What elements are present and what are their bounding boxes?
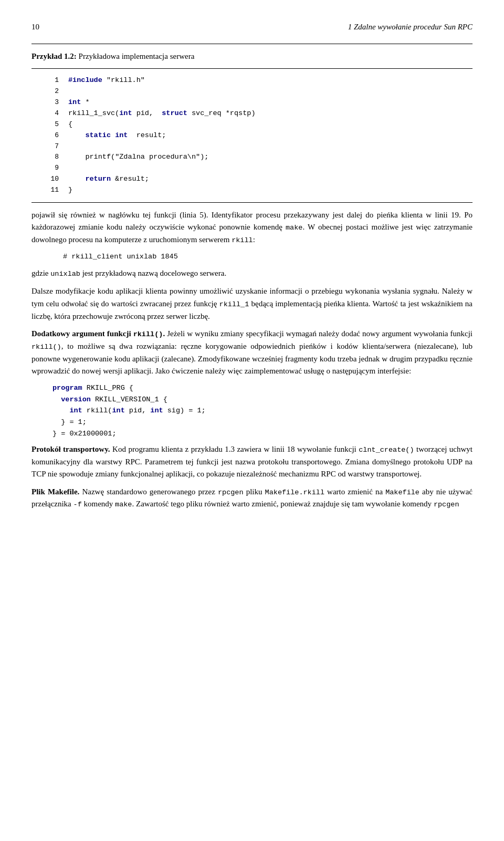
- code-line-6: 6 static int result;: [47, 130, 472, 141]
- where-paragraph: gdzie unixlab jest przykładową nazwą doc…: [32, 267, 472, 280]
- inline-code-make: make: [286, 224, 302, 232]
- code-line-11: 11 }: [47, 185, 472, 196]
- inline-code-rpcgen: rpcgen: [218, 489, 244, 496]
- iface-line-1: program RKILL_PRG {: [52, 382, 472, 394]
- example-description: Przykładowa implementacja serwera: [79, 52, 195, 60]
- code-line-8: 8 printf("Zdalna procedura\n");: [47, 152, 472, 163]
- inline-code-unixlab: unixlab: [50, 270, 80, 278]
- chapter-title: 1 Zdalne wywołanie procedur Sun RPC: [348, 21, 472, 33]
- inline-code-make2: make: [115, 501, 132, 508]
- example-title: Przykład 1.2: Przykładowa implementacja …: [32, 50, 472, 63]
- bold-heading-rkill: Dodatkowy argument funkcji rkill().: [32, 329, 165, 338]
- bold-section-paragraph: Dodatkowy argument funkcji rkill(). Jeże…: [32, 328, 472, 377]
- example-label: Przykład 1.2:: [32, 52, 77, 60]
- inline-code-makefile-rkill: Makefile.rkill: [265, 489, 324, 496]
- inline-code-rkill1: rkill_1: [219, 300, 249, 308]
- code-line-1: 1 #include "rkill.h": [47, 75, 472, 86]
- interface-code-block: program RKILL_PRG { version RKILL_VERSIO…: [52, 382, 472, 439]
- example-bottom-divider: [32, 202, 472, 203]
- inline-code-clnt: clnt_create(): [359, 446, 414, 454]
- page-header: 10 1 Zdalne wywołanie procedur Sun RPC: [32, 21, 472, 33]
- iface-line-2: version RKILL_VERSION_1 {: [52, 394, 472, 406]
- code-line-9: 9: [47, 163, 472, 174]
- bold-heading-makefile: Plik Makefile.: [32, 487, 79, 496]
- code-line-7: 7: [47, 141, 472, 152]
- header-divider: [32, 44, 472, 44]
- code-line-3: 3 int *: [47, 97, 472, 108]
- iface-line-5: } = 0x21000001;: [52, 428, 472, 440]
- iface-line-4: } = 1;: [52, 417, 472, 428]
- code-line-4: 4 rkill_1_svc(int pid, struct svc_req *r…: [47, 108, 472, 119]
- command-text: # rkill_client unixlab 1845: [63, 253, 178, 261]
- inline-code-f-flag: -f: [74, 501, 82, 508]
- code-line-10: 10 return &result;: [47, 174, 472, 185]
- inline-code-rkill2: rkill(): [32, 343, 61, 351]
- inline-code-makefile: Makefile: [385, 489, 419, 496]
- inline-code-rkill: rkill: [232, 236, 253, 244]
- paragraph-1: pojawił się również w nagłówku tej funkc…: [32, 209, 472, 246]
- code-line-5: 5 {: [47, 119, 472, 130]
- paragraph-2: Dalsze modyfikacje kodu aplikacji klient…: [32, 285, 472, 322]
- code-line-2: 2: [47, 86, 472, 97]
- example-top-divider: [32, 68, 472, 69]
- makefile-paragraph: Plik Makefile. Nazwę standardowo generow…: [32, 486, 472, 511]
- transport-paragraph: Protokół transportowy. Kod programu klie…: [32, 443, 472, 480]
- bold-heading-transport: Protokół transportowy.: [32, 445, 110, 453]
- shell-command: # rkill_client unixlab 1845: [63, 252, 472, 262]
- inline-code-rkill-func: rkill(): [133, 330, 163, 338]
- iface-line-3: int rkill(int pid, int sig) = 1;: [52, 405, 472, 417]
- code-block: 1 #include "rkill.h" 2 3 int * 4 rkill_1…: [47, 75, 472, 196]
- page-number: 10: [32, 21, 39, 33]
- inline-code-rpcgen2: rpcgen: [434, 501, 459, 508]
